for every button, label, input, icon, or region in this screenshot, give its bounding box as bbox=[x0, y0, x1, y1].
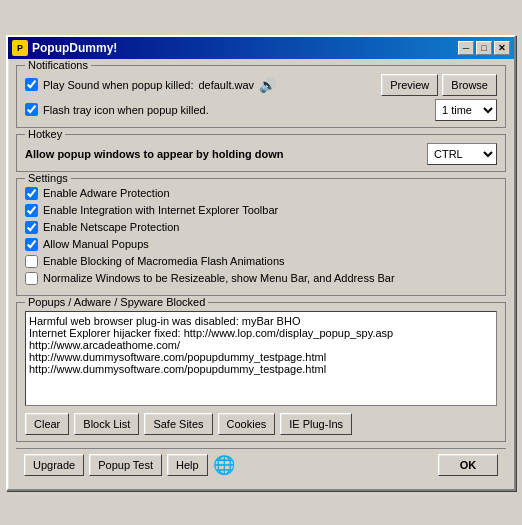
setting-checkbox-1[interactable] bbox=[25, 204, 38, 217]
hotkey-select[interactable]: CTRL ALT SHIFT bbox=[427, 143, 497, 165]
setting-label-5: Normalize Windows to be Resizeable, show… bbox=[43, 272, 395, 284]
flash-icon-row: Flash tray icon when popup killed. 1 tim… bbox=[25, 99, 497, 121]
block-list-button[interactable]: Block List bbox=[74, 413, 139, 435]
speaker-icon: 🔊 bbox=[259, 77, 276, 93]
setting-label-4: Enable Blocking of Macromedia Flash Anim… bbox=[43, 255, 285, 267]
sound-filename: default.wav bbox=[198, 79, 254, 91]
blocked-label: Popups / Adware / Spyware Blocked bbox=[25, 296, 208, 308]
blocked-content: Harmful web browser plug-in was disabled… bbox=[25, 311, 497, 435]
setting-checkbox-3[interactable] bbox=[25, 238, 38, 251]
setting-label-2: Enable Netscape Protection bbox=[43, 221, 179, 233]
maximize-button[interactable]: □ bbox=[476, 41, 492, 55]
play-sound-label: Play Sound when popup killed: bbox=[43, 79, 193, 91]
flash-icon-checkbox[interactable] bbox=[25, 103, 38, 116]
popup-test-button[interactable]: Popup Test bbox=[89, 454, 162, 476]
flash-icon-label: Flash tray icon when popup killed. bbox=[43, 104, 209, 116]
notifications-label: Notifications bbox=[25, 59, 91, 71]
preview-button[interactable]: Preview bbox=[381, 74, 438, 96]
setting-item-2: Enable Netscape Protection bbox=[25, 221, 497, 234]
play-sound-left: Play Sound when popup killed: default.wa… bbox=[25, 77, 276, 93]
hotkey-group: Hotkey Allow popup windows to appear by … bbox=[16, 134, 506, 172]
app-icon: P bbox=[12, 40, 28, 56]
footer-bar: Upgrade Popup Test Help 🌐 OK bbox=[16, 448, 506, 481]
times-select[interactable]: 1 time 2 times 3 times bbox=[435, 99, 497, 121]
cookies-button[interactable]: Cookies bbox=[218, 413, 276, 435]
hotkey-content: Allow popup windows to appear by holding… bbox=[25, 143, 497, 165]
notifications-group: Notifications Play Sound when popup kill… bbox=[16, 65, 506, 128]
setting-checkbox-4[interactable] bbox=[25, 255, 38, 268]
upgrade-button[interactable]: Upgrade bbox=[24, 454, 84, 476]
notifications-content: Play Sound when popup killed: default.wa… bbox=[25, 74, 497, 121]
setting-label-3: Allow Manual Popups bbox=[43, 238, 149, 250]
clear-button[interactable]: Clear bbox=[25, 413, 69, 435]
setting-item-3: Allow Manual Popups bbox=[25, 238, 497, 251]
blocked-group: Popups / Adware / Spyware Blocked Harmfu… bbox=[16, 302, 506, 442]
settings-label: Settings bbox=[25, 172, 71, 184]
setting-checkbox-5[interactable] bbox=[25, 272, 38, 285]
setting-item-5: Normalize Windows to be Resizeable, show… bbox=[25, 272, 497, 285]
settings-group: Settings Enable Adware Protection Enable… bbox=[16, 178, 506, 296]
footer-left: Upgrade Popup Test Help 🌐 bbox=[24, 454, 235, 476]
play-sound-row: Play Sound when popup killed: default.wa… bbox=[25, 74, 497, 96]
minimize-button[interactable]: ─ bbox=[458, 41, 474, 55]
title-controls: ─ □ ✕ bbox=[458, 41, 510, 55]
play-sound-checkbox[interactable] bbox=[25, 78, 38, 91]
close-button[interactable]: ✕ bbox=[494, 41, 510, 55]
setting-item-4: Enable Blocking of Macromedia Flash Anim… bbox=[25, 255, 497, 268]
title-bar-text: P PopupDummy! bbox=[12, 40, 117, 56]
ie-plug-ins-button[interactable]: IE Plug-Ins bbox=[280, 413, 352, 435]
preview-browse-buttons: Preview Browse bbox=[381, 74, 497, 96]
setting-label-0: Enable Adware Protection bbox=[43, 187, 170, 199]
window-body: Notifications Play Sound when popup kill… bbox=[8, 59, 514, 489]
blocked-buttons: Clear Block List Safe Sites Cookies IE P… bbox=[25, 413, 497, 435]
main-window: P PopupDummy! ─ □ ✕ Notifications Play S… bbox=[6, 35, 516, 491]
settings-content: Enable Adware Protection Enable Integrat… bbox=[25, 187, 497, 285]
setting-checkbox-2[interactable] bbox=[25, 221, 38, 234]
window-title: PopupDummy! bbox=[32, 41, 117, 55]
setting-label-1: Enable Integration with Internet Explore… bbox=[43, 204, 278, 216]
setting-item-0: Enable Adware Protection bbox=[25, 187, 497, 200]
hotkey-description: Allow popup windows to appear by holding… bbox=[25, 148, 427, 160]
safe-sites-button[interactable]: Safe Sites bbox=[144, 413, 212, 435]
help-button[interactable]: Help bbox=[167, 454, 208, 476]
flash-icon-left: Flash tray icon when popup killed. bbox=[25, 103, 209, 116]
setting-checkbox-0[interactable] bbox=[25, 187, 38, 200]
browse-button[interactable]: Browse bbox=[442, 74, 497, 96]
setting-item-1: Enable Integration with Internet Explore… bbox=[25, 204, 497, 217]
blocked-log-textarea[interactable]: Harmful web browser plug-in was disabled… bbox=[25, 311, 497, 406]
hotkey-label: Hotkey bbox=[25, 128, 65, 140]
ok-button[interactable]: OK bbox=[438, 454, 498, 476]
globe-icon: 🌐 bbox=[213, 454, 235, 476]
title-bar: P PopupDummy! ─ □ ✕ bbox=[8, 37, 514, 59]
